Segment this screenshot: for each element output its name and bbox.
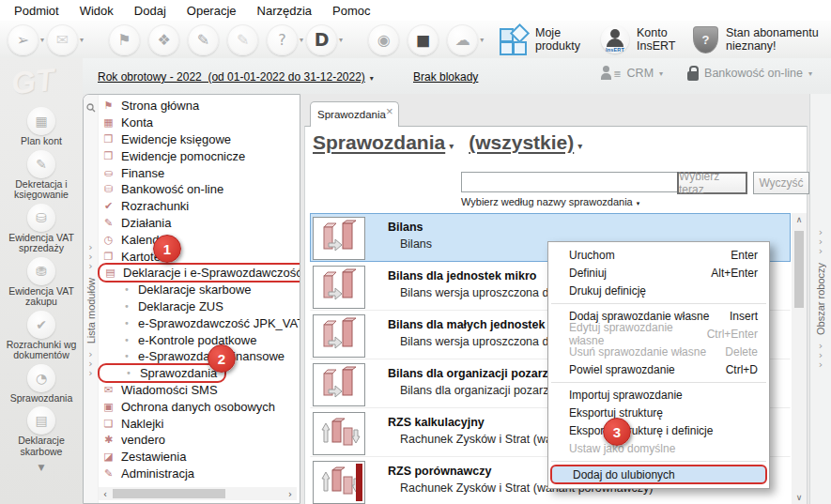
context-menu-item[interactable]: Dodaj do ulubionych [550,465,767,484]
scroll-right-icon[interactable]: › [284,489,297,499]
vat-zakupu-icon[interactable]: ⛃ Ewidencja VAT zakupu [1,257,82,308]
menu-item[interactable]: Dodaj [124,4,177,18]
tree-item[interactable]: ⚑ • Strona główna [99,98,298,115]
my-products-button[interactable]: Moje produkty [499,25,588,53]
tree-item[interactable]: ✉ • Wiadomości SMS [99,382,298,399]
tree-horizontal-scrollbar[interactable]: ‹ › [99,487,297,500]
page-title[interactable]: Sprawozdania [313,131,445,154]
context-menu-item[interactable]: Uruchom Enter [548,246,769,264]
tree-item[interactable]: ◷ • Kalendarz [99,231,298,248]
tree-item[interactable]: ❒ • Ewidencje księgowe [99,131,298,148]
tree-item[interactable]: ▦ • Konta [99,115,298,131]
flag-icon[interactable]: ⚑ [109,24,140,55]
module-list-strip[interactable]: › › › Lista modułów › › › [84,95,99,503]
crm-list-icon: ≣ [613,69,621,79]
scroll-up-icon[interactable]: ∧ [796,213,803,226]
tree-item[interactable]: ▣ • Ochrona danych osobowych [99,398,298,415]
context-menu-item[interactable]: Powiel sprawozdanie Ctrl+D [548,360,769,378]
documentation-icon[interactable]: D [306,24,337,55]
select-now-button[interactable]: Wybierz teraz [677,172,747,194]
scroll-left-icon[interactable]: ‹ [99,489,112,499]
send-icon[interactable]: ✉ [47,24,78,55]
menu-item[interactable]: Operacje [177,4,247,18]
more-modules-button[interactable]: ▼ [38,463,45,472]
filter-title[interactable]: (wszystkie) [469,131,574,154]
tree-item[interactable]: • Deklaracje skarbowe [99,282,298,298]
tree-item[interactable]: ❒ • Ewidencje pomocnicze [99,147,298,164]
report-chart-icon [313,412,365,455]
tree-item[interactable]: ◪ • Zestawienia [99,449,298,466]
tree-item[interactable]: ▤ • Deklaracje i e-Sprawozdawczość [99,265,298,282]
dropdown-caret-icon: ▾ [659,69,663,78]
scrollbar-thumb[interactable] [113,489,225,498]
tree-item-icon: ◪ [101,451,115,463]
clear-button[interactable]: Wyczyść [753,172,809,194]
tree-item[interactable]: ❏ • Naklejki [99,415,298,432]
rozrachunki-icon[interactable]: ✔ Rozrachunki wg dokumentów [1,311,82,361]
tree-item[interactable]: ⛁ • Bankowość on-line [99,181,298,198]
dropdown-caret-icon[interactable]: ▾ [480,36,484,44]
tree-item[interactable]: • Sprawozdania [99,365,298,382]
list-vertical-scrollbar[interactable]: ∧ ∨ [792,213,807,504]
vat-sprzedazy-icon[interactable]: ⛁ Ewidencja VAT sprzedaży [1,204,82,254]
tree-item[interactable]: • e-Sprawozdania finansowe [99,348,298,365]
tab-sprawozdania[interactable]: Sprawozdania × [310,101,399,127]
dropdown-caret-icon[interactable]: ▾ [80,36,84,44]
online-banking-dropdown[interactable]: Bankowość on-line ▾ [687,67,812,81]
context-menu-item[interactable]: Eksportuj strukturę [548,404,769,421]
cloud-services-icon[interactable]: ☁ [447,24,478,55]
online-sphere-icon[interactable]: ◉ [368,24,399,55]
context-menu-item[interactable]: Usuń sprawozdanie własne Delete [548,343,769,360]
context-menu-item[interactable]: Drukuj definicję [548,282,769,299]
context-menu-item[interactable]: Importuj sprawozdanie [548,386,769,404]
menu-item[interactable]: Podmiot [4,4,69,18]
deklaracje-icon[interactable]: ▤ Deklaracje skarbowe [1,406,82,457]
dropdown-caret-icon[interactable]: ▾ [300,36,303,44]
tree-item-icon: ✔ [101,200,115,212]
tree-item[interactable]: ⛀ • Finanse [99,164,298,181]
context-menu-item[interactable]: Ustaw jako domyślne [548,439,769,457]
plan-kont-icon[interactable]: ▦ Plan kont [21,107,62,147]
cube-icon[interactable]: ◼ [408,24,439,55]
context-menu-item-label: Usuń sprawozdanie własne [569,345,706,359]
tree-item[interactable]: ✔ • Rozrachunki [99,198,298,215]
close-icon[interactable]: × [386,107,393,116]
tree-item[interactable]: ✎ • Administracja [99,466,298,482]
help-icon[interactable]: ? [267,24,298,55]
context-menu-item[interactable]: Eksportuj strukturę i definicje [548,421,769,439]
tree-item[interactable]: • Deklaracje ZUS [99,298,298,315]
scroll-down-icon[interactable]: ∨ [796,491,803,504]
fiscal-year-link[interactable]: Rok obrotowy - 2022 (od 01-01-2022 do 31… [98,70,374,84]
info-bar: Rok obrotowy - 2022 (od 01-01-2022 do 31… [83,58,831,94]
scrollbar-thumb[interactable] [794,231,804,308]
menu-item[interactable]: Pomoc [322,4,380,18]
edit-entry-alt-icon[interactable]: ✎ [227,24,258,55]
subscription-status-button[interactable]: ? Stan abonamentu nieznany! [693,26,822,53]
context-menu-item-shortcut: Ctrl+Enter [707,328,758,341]
select-by-name-link[interactable]: Wybierz według nazwy sprawozdania▾ [461,196,639,207]
tree-item-icon: ▣ [101,401,115,413]
dekretacja-icon[interactable]: ✎ Dekretacja i księgowanie [1,150,82,201]
menu-item[interactable]: Widok [69,4,124,18]
sprawozdania-icon[interactable]: ◔ Sprawozdania [10,364,73,405]
dropdown-caret-icon[interactable]: ▾ [40,36,44,44]
tree-item[interactable]: ✎ • Działania [99,215,298,232]
navigate-icon[interactable]: ➢ [8,24,38,55]
blockade-link[interactable]: Brak blokady [413,70,478,84]
tree-item-label: Rozrachunki [121,199,189,213]
tree-item[interactable]: ❐ • Kartoteki [99,248,298,265]
tree-item-label: Bankowość on-line [121,182,223,196]
tree-item[interactable]: • e-Kontrole podatkowe [99,331,298,348]
insert-account-button[interactable]: InsERT Konto InsERT [601,25,680,53]
context-menu-item[interactable]: Definiuj Alt+Enter [548,264,769,282]
tree-item[interactable]: ✱ • vendero [99,432,298,449]
crm-dropdown[interactable]: ≣ CRM ▾ [601,66,663,81]
search-input[interactable] [461,172,679,192]
menu-item[interactable]: Narzędzia [247,4,323,18]
context-menu-item[interactable]: Edytuj sprawozdanie własne Ctrl+Enter [548,325,769,343]
edit-entry-icon[interactable]: ✎ [188,24,219,55]
tree-item[interactable]: • e-Sprawozdawczość JPK_VAT [99,314,298,331]
module-shortcut-icon[interactable]: ❖ [148,24,179,55]
dropdown-caret-icon[interactable]: ▾ [339,36,343,44]
workspace-area-strip[interactable]: › › › Obszar roboczy › › › [809,94,831,504]
